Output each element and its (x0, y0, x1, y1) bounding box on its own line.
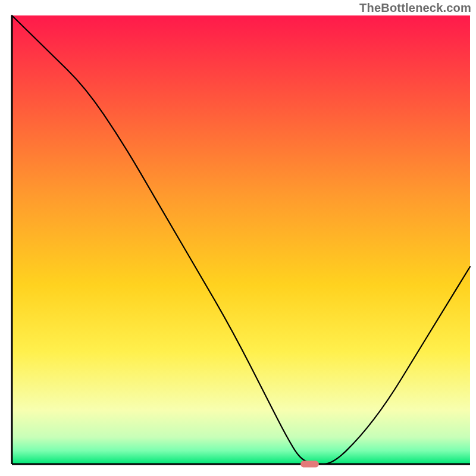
watermark-label: TheBottleneck.com (359, 1, 471, 15)
sweet-spot-marker (300, 461, 319, 467)
bottleneck-chart (0, 0, 476, 476)
plot-area (12, 15, 470, 464)
chart-container: TheBottleneck.com (0, 0, 476, 476)
